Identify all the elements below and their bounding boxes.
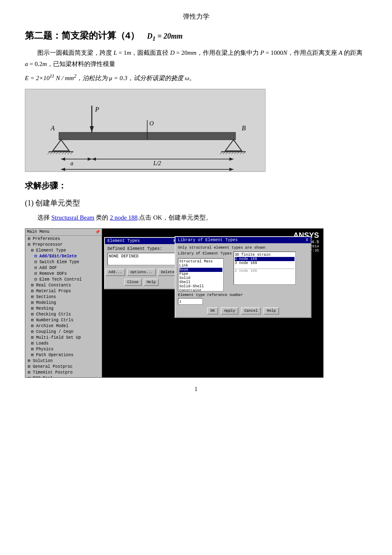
library-element-types-dialog: Library of Element Types X Only structur… bbox=[175, 236, 312, 318]
elem-close-btn[interactable]: Close bbox=[124, 279, 142, 286]
lib-item-constraint[interactable]: Constraint bbox=[179, 289, 222, 293]
menu-path-operations[interactable]: ⊞ Path Operations bbox=[25, 352, 102, 358]
menu-checking-ctrls[interactable]: ⊞ Checking Ctrls bbox=[25, 311, 102, 317]
menu-archive-model[interactable]: ⊞ Archive Model bbox=[25, 323, 102, 329]
elem-dialog-title: Element Types X bbox=[105, 238, 178, 244]
svg-text:A: A bbox=[50, 125, 55, 132]
menu-meshing[interactable]: ⊞ Meshing bbox=[25, 306, 102, 311]
lib-left-section: Library of Element Types Structural Mass… bbox=[178, 252, 232, 291]
lib-item-link[interactable]: Link bbox=[179, 264, 222, 268]
menu-loads[interactable]: ⊞ Loads bbox=[25, 340, 102, 346]
svg-text:B: B bbox=[242, 125, 246, 132]
page-number: 1 bbox=[25, 386, 367, 393]
main-menu-pin: 📌 bbox=[95, 230, 100, 235]
lib-subtitle: Only structural element types are shown bbox=[178, 246, 308, 250]
menu-physics[interactable]: ⊞ Physics bbox=[25, 346, 102, 352]
lib-right-listbox[interactable]: 3D finite strain 2 node 188 3 node 189 2… bbox=[234, 252, 296, 285]
problem-heading-text: 第二题：简支梁的计算（4） bbox=[25, 30, 139, 41]
main-menu-panel: Main Menu 📌 ⊞ Preferences ⊞ Preprocessor… bbox=[25, 229, 102, 377]
menu-rom-tool[interactable]: ⊞ ROM Tool bbox=[25, 375, 102, 378]
lib-left-listbox[interactable]: Structural Mass Link Beam Pipe Solid She… bbox=[178, 258, 224, 291]
menu-elem-tech-control[interactable]: ⊟ Elem Tech Control bbox=[25, 276, 102, 282]
elem-dialog-listbox[interactable]: NONE DEFINED bbox=[107, 253, 175, 265]
lib-cancel-btn[interactable]: Cancel bbox=[241, 307, 261, 315]
menu-coupling[interactable]: ⊞ Coupling / Ceqn bbox=[25, 329, 102, 335]
elem-dialog-label: Defined Element Types: bbox=[107, 247, 175, 251]
solve-heading: 求解步骤： bbox=[25, 180, 367, 191]
menu-element-type[interactable]: ⊞ Element Type bbox=[25, 247, 102, 253]
lib-dialog-title-text: Library of Element Types bbox=[178, 238, 238, 242]
lib-right-item-3node-189[interactable]: 3 node 189 bbox=[235, 261, 295, 265]
ansys-screenshot: Main Menu 📌 ⊞ Preferences ⊞ Preprocessor… bbox=[25, 228, 324, 378]
lib-apply-btn[interactable]: Apply bbox=[221, 307, 239, 315]
elem-dialog-title-text: Element Types bbox=[107, 239, 140, 243]
elem-options-btn[interactable]: options... bbox=[127, 269, 156, 276]
menu-add-dof[interactable]: ⊟ Add DOF bbox=[25, 265, 102, 271]
lib-item-beam[interactable]: Beam bbox=[179, 268, 222, 272]
page-title: 弹性力学 bbox=[25, 12, 367, 21]
elem-help-btn[interactable]: Help bbox=[144, 279, 159, 286]
lib-dialog-buttons: OK Apply Cancel Help bbox=[178, 307, 308, 315]
main-menu-header: Main Menu 📌 bbox=[25, 229, 102, 236]
menu-preferences[interactable]: ⊞ Preferences bbox=[25, 236, 102, 242]
menu-switch-elem-type[interactable]: ⊟ Switch Elem Type bbox=[25, 259, 102, 265]
lib-item-solid[interactable]: Solid bbox=[179, 276, 222, 280]
lib-dialog-title: Library of Element Types X bbox=[175, 237, 311, 243]
lib-item-solid-shell[interactable]: Solid-Shell bbox=[179, 284, 222, 289]
lib-dialog-close-icon[interactable]: X bbox=[306, 238, 308, 242]
lib-elem-ref-label: Element type reference number bbox=[178, 293, 308, 297]
menu-material-props[interactable]: ⊞ Material Props bbox=[25, 288, 102, 294]
element-types-dialog: Element Types X Defined Element Types: N… bbox=[104, 237, 179, 289]
lib-item-shell[interactable]: Shell bbox=[179, 280, 222, 284]
menu-add-edit-delete[interactable]: ⊟ Add/Edit/Delete bbox=[25, 253, 102, 259]
lib-ref-section: Element type reference number bbox=[178, 293, 308, 305]
main-menu-title: Main Menu bbox=[27, 230, 49, 235]
lib-right-item-2node-188-b[interactable]: 2 node 188 bbox=[235, 269, 295, 273]
menu-remove-dofs[interactable]: ⊟ Remove DOFs bbox=[25, 271, 102, 276]
elem-dialog-buttons: Add... options... Delete bbox=[107, 269, 175, 276]
svg-text:L/2: L/2 bbox=[153, 160, 161, 166]
svg-text:L: L bbox=[141, 170, 144, 171]
beam-diagram: P O A B a L/2 L bbox=[25, 89, 367, 172]
elem-dialog-bottom-buttons: Close Help bbox=[107, 279, 175, 286]
elem-dialog-body: Defined Element Types: NONE DEFINED Add.… bbox=[105, 244, 178, 289]
menu-modeling[interactable]: ⊞ Modeling bbox=[25, 300, 102, 306]
menu-general-postproc[interactable]: ⊞ General Postproc bbox=[25, 364, 102, 369]
lib-item-structural-mass[interactable]: Structural Mass bbox=[179, 259, 222, 264]
problem-math: E = 2×1011 N / mm2，泊松比为 μ = 0.3，试分析该梁的挠度… bbox=[25, 73, 367, 82]
problem-heading-math: D1 = 20mm bbox=[147, 32, 183, 40]
step1-text: 选择 Structusral Beam 类的 2 node 188.点击 OK，… bbox=[25, 212, 367, 223]
lib-right-item-3d[interactable]: 3D finite strain bbox=[235, 253, 295, 257]
lib-item-pipe[interactable]: Pipe bbox=[179, 272, 222, 276]
menu-multifield[interactable]: ⊞ Multi-field Set Up bbox=[25, 335, 102, 340]
svg-text:O: O bbox=[149, 120, 154, 127]
problem-description1: 图示一圆截面简支梁，跨度 L = 1m，圆截面直径 D = 20mm，作用在梁上… bbox=[25, 47, 367, 70]
lib-help-btn[interactable]: Help bbox=[263, 307, 279, 315]
lib-listboxes-row: Library of Element Types Structural Mass… bbox=[178, 252, 308, 291]
lib-ok-btn[interactable]: OK bbox=[207, 307, 218, 315]
step1-heading: (1) 创建单元类型 bbox=[25, 198, 367, 208]
lib-elem-ref-input[interactable] bbox=[178, 298, 203, 305]
menu-preprocessor[interactable]: ⊞ Preprocessor bbox=[25, 242, 102, 247]
svg-text:a: a bbox=[71, 160, 73, 166]
svg-text:P: P bbox=[95, 106, 99, 113]
menu-real-constants[interactable]: ⊞ Real Constants bbox=[25, 282, 102, 288]
menu-solution[interactable]: ⊞ Solution bbox=[25, 358, 102, 364]
elem-add-btn[interactable]: Add... bbox=[105, 269, 125, 276]
menu-sections[interactable]: ⊞ Sections bbox=[25, 294, 102, 300]
lib-right-item-2node-188[interactable]: 2 node 188 bbox=[235, 257, 295, 261]
menu-timehist-postpro[interactable]: ⊞ TimeHist Postpro bbox=[25, 369, 102, 375]
menu-numbering-ctrls[interactable]: ⊞ Numbering Ctrls bbox=[25, 317, 102, 323]
lib-dialog-body: Only structural element types are shown … bbox=[175, 243, 311, 317]
problem-heading: 第二题：简支梁的计算（4） D1 = 20mm bbox=[25, 29, 367, 42]
lib-label-left: Library of Element Types bbox=[178, 252, 232, 256]
